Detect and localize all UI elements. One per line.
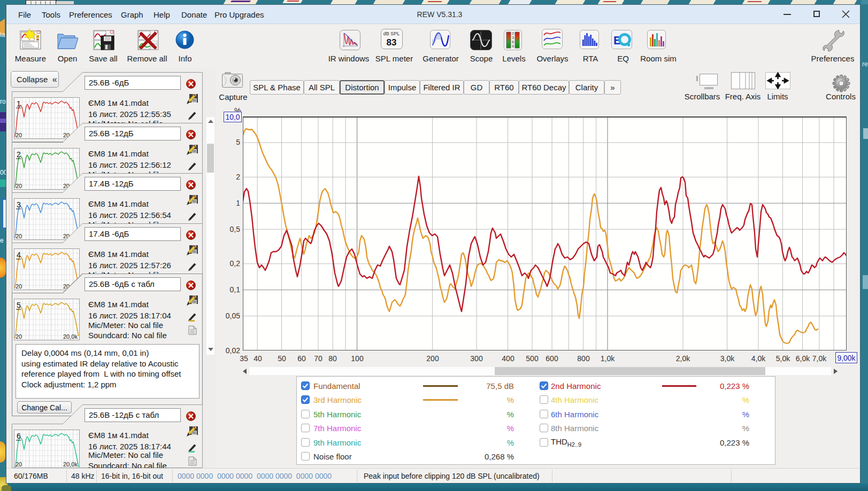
- svg-text:4: 4: [17, 251, 21, 259]
- svg-text:20: 20: [16, 461, 22, 467]
- svg-text:2: 2: [17, 150, 21, 159]
- svg-text:3: 3: [17, 200, 21, 209]
- svg-text:6: 6: [17, 432, 21, 440]
- svg-text:1: 1: [17, 99, 21, 108]
- svg-text:20,0k: 20,0k: [63, 461, 78, 467]
- svg-text:20: 20: [16, 333, 22, 340]
- svg-text:20,0k: 20,0k: [63, 333, 78, 340]
- svg-text:5: 5: [17, 301, 21, 309]
